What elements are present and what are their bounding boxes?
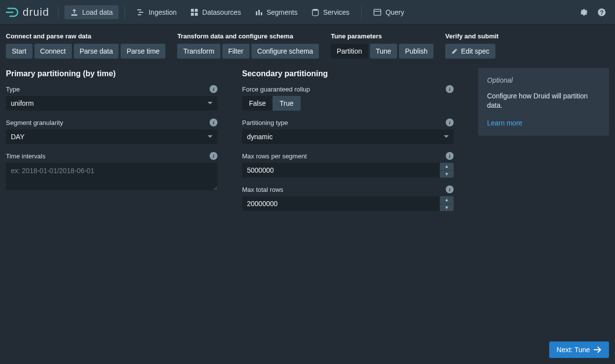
gear-icon (580, 8, 588, 17)
multi-select-icon (190, 8, 198, 16)
field-intervals: Time intervals i (6, 152, 217, 192)
step-edit-spec[interactable]: Edit spec (445, 44, 495, 59)
intervals-input[interactable] (6, 163, 217, 190)
maxtotal-stepper: ▲ ▼ (440, 196, 454, 211)
svg-text:?: ? (600, 9, 604, 16)
granularity-select[interactable]: DAY (6, 129, 217, 144)
field-type: Type i uniform (6, 85, 217, 111)
settings-button[interactable] (577, 5, 591, 20)
svg-point-11 (312, 9, 318, 11)
step-partition[interactable]: Partition (331, 44, 368, 59)
ptype-label: Partitioning type (242, 119, 288, 126)
svg-rect-1 (137, 9, 141, 10)
type-label: Type (6, 86, 20, 93)
app-icon (373, 8, 381, 16)
info-icon[interactable]: i (446, 185, 454, 193)
field-granularity: Segment granularity i DAY (6, 119, 217, 144)
intervals-label: Time intervals (6, 152, 45, 160)
help-button[interactable]: ? (594, 5, 609, 20)
logo[interactable]: druid (6, 6, 52, 19)
step-configure-schema[interactable]: Configure schema (251, 44, 319, 59)
step-parse-time[interactable]: Parse time (121, 44, 165, 59)
top-nav: druid Load data Ingestion Datasources Se… (0, 0, 615, 25)
callout-optional: Optional (487, 76, 600, 86)
logo-text: druid (23, 6, 49, 19)
info-icon[interactable]: i (210, 119, 217, 126)
maxtotal-input[interactable] (242, 196, 440, 211)
nav-divider (124, 6, 125, 19)
svg-rect-10 (261, 12, 262, 15)
step-title: Tune parameters (331, 32, 433, 40)
svg-rect-4 (191, 9, 194, 12)
rollup-true[interactable]: True (273, 96, 300, 111)
svg-rect-2 (139, 12, 143, 13)
stepper-down[interactable]: ▼ (440, 171, 454, 178)
svg-rect-5 (195, 9, 198, 12)
svg-rect-8 (256, 11, 257, 15)
maxrows-label: Max rows per segment (242, 152, 307, 160)
step-group-connect: Connect and parse raw data Start Connect… (6, 32, 165, 59)
nav-services[interactable]: Services (306, 5, 356, 19)
field-partitioning-type: Partitioning type i dynamic (242, 119, 454, 144)
step-transform[interactable]: Transform (177, 44, 220, 59)
help-callout: Optional Configure how Druid will partit… (478, 68, 609, 136)
step-filter[interactable]: Filter (222, 44, 249, 59)
step-group-tune: Tune parameters Partition Tune Publish (331, 32, 433, 59)
maxrows-stepper: ▲ ▼ (440, 163, 454, 178)
callout-desc: Configure how Druid will partition data. (487, 91, 600, 111)
svg-rect-6 (191, 13, 194, 16)
step-group-transform: Transform data and configure schema Tran… (177, 32, 319, 59)
svg-rect-12 (374, 9, 381, 15)
step-tune[interactable]: Tune (370, 44, 397, 59)
step-publish[interactable]: Publish (399, 44, 433, 59)
help-icon: ? (597, 8, 606, 17)
nav-divider (58, 6, 59, 19)
field-rollup: Force guaranteed rollup i False True (242, 85, 454, 111)
primary-heading: Primary partitioning (by time) (6, 69, 217, 78)
step-start[interactable]: Start (6, 44, 32, 59)
field-max-rows: Max rows per segment i ▲ ▼ (242, 152, 454, 178)
wizard-steps: Connect and parse raw data Start Connect… (0, 25, 615, 64)
maxrows-input[interactable] (242, 163, 440, 178)
learn-more-link[interactable]: Learn more (487, 119, 523, 127)
info-icon[interactable]: i (210, 152, 217, 160)
stepper-up[interactable]: ▲ (440, 163, 454, 171)
primary-panel: Primary partitioning (by time) Type i un… (6, 69, 217, 200)
nav-segments[interactable]: Segments (249, 5, 304, 19)
info-icon[interactable]: i (446, 152, 454, 160)
step-title: Connect and parse raw data (6, 32, 165, 40)
nav-datasources[interactable]: Datasources (184, 5, 247, 19)
nav-ingestion[interactable]: Ingestion (131, 5, 183, 19)
rollup-label: Force guaranteed rollup (242, 86, 310, 93)
stepper-up[interactable]: ▲ (440, 196, 454, 204)
step-title: Transform data and configure schema (177, 32, 319, 40)
rollup-false[interactable]: False (242, 96, 273, 111)
info-icon[interactable]: i (210, 85, 217, 93)
step-group-verify: Verify and submit Edit spec (445, 32, 498, 59)
secondary-panel: Secondary partitioning Force guaranteed … (242, 69, 454, 219)
nav-query[interactable]: Query (368, 5, 410, 19)
type-select[interactable]: uniform (6, 96, 217, 111)
step-parse-data[interactable]: Parse data (74, 44, 119, 59)
gantt-icon (137, 8, 145, 16)
upload-icon (70, 8, 78, 16)
ptype-select[interactable]: dynamic (242, 129, 454, 144)
field-max-total: Max total rows i ▲ ▼ (242, 185, 454, 211)
secondary-heading: Secondary partitioning (242, 69, 454, 78)
arrow-right-icon (594, 346, 602, 353)
info-icon[interactable]: i (446, 119, 454, 126)
step-connect[interactable]: Connect (34, 44, 72, 59)
maxtotal-label: Max total rows (242, 186, 283, 193)
logo-icon (6, 6, 20, 18)
database-icon (311, 8, 319, 16)
svg-rect-9 (258, 10, 260, 15)
svg-rect-3 (138, 14, 141, 15)
svg-rect-7 (195, 13, 198, 16)
stepper-down[interactable]: ▼ (440, 204, 454, 212)
next-button[interactable]: Next: Tune (549, 341, 609, 358)
nav-load-data[interactable]: Load data (64, 5, 119, 19)
step-title: Verify and submit (445, 32, 498, 40)
stacked-chart-icon (255, 8, 263, 16)
info-icon[interactable]: i (446, 85, 454, 93)
granularity-label: Segment granularity (6, 119, 63, 126)
